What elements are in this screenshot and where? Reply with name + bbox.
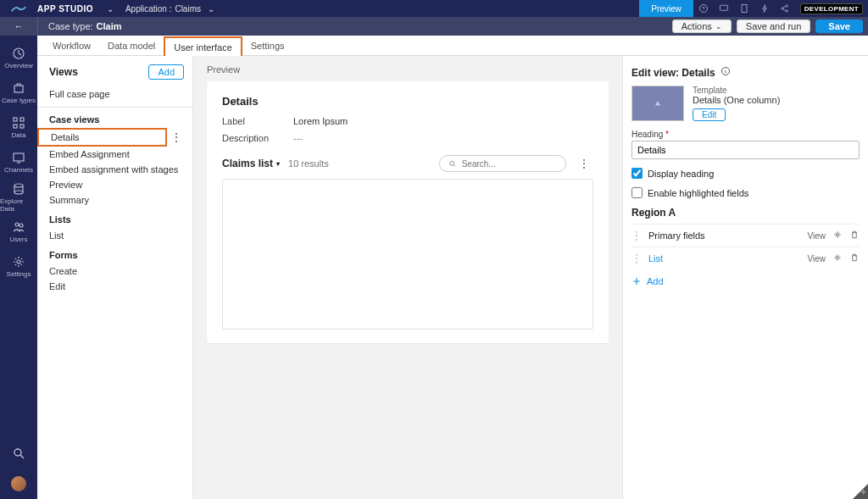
preview-heading: Details [222, 95, 593, 108]
tab-workflow[interactable]: Workflow [44, 36, 99, 55]
label-key: Label [222, 116, 293, 126]
view-item-edit[interactable]: Edit [37, 279, 192, 294]
view-item-summary[interactable]: Summary [37, 192, 192, 208]
svg-rect-13 [14, 153, 24, 161]
edit-template-button[interactable]: Edit [693, 108, 726, 121]
svg-point-22 [837, 234, 839, 236]
display-heading-check[interactable]: Display heading [632, 168, 860, 179]
rail-item-channels[interactable]: Channels [0, 145, 37, 180]
rail-item-data[interactable]: Data [0, 110, 37, 145]
preview-label: Preview [207, 64, 609, 75]
svg-point-24 [862, 491, 864, 492]
rail-item-settings[interactable]: Settings [0, 249, 37, 284]
logo-icon [0, 3, 37, 14]
claims-list-body [222, 179, 593, 330]
preview-panel: Preview Details LabelLorem Ipsum Descrip… [193, 56, 622, 499]
svg-point-19 [14, 449, 21, 456]
info-icon[interactable] [721, 66, 731, 79]
actions-button[interactable]: Actions⌄ [672, 19, 732, 33]
label-value: Lorem Ipsum [293, 116, 348, 126]
application-name[interactable]: Claims [171, 4, 201, 14]
svg-point-16 [15, 223, 19, 226]
list-menu-icon[interactable]: ⋮ [575, 157, 593, 170]
svg-point-18 [17, 260, 20, 263]
topbar: APP STUDIO ⌄ Application : Claims ⌄ Prev… [0, 0, 868, 17]
back-button[interactable]: ← [0, 21, 37, 31]
help-icon[interactable]: ? [693, 0, 714, 17]
svg-text:?: ? [702, 6, 705, 11]
rail-avatar[interactable] [0, 469, 37, 499]
save-and-run-button[interactable]: Save and run [737, 19, 810, 33]
display-heading-checkbox[interactable] [632, 168, 643, 179]
template-thumbnail: A [632, 86, 684, 121]
chat-icon[interactable] [714, 0, 734, 17]
svg-point-23 [837, 257, 839, 259]
tabstrip: Workflow Data model User interface Setti… [37, 36, 868, 56]
rail-item-overview[interactable]: Overview [0, 41, 37, 75]
sub-header: ← Case type: Claim Actions⌄ Save and run… [0, 17, 868, 36]
views-title: Views [49, 66, 78, 78]
grip-icon[interactable]: ⋮ [632, 230, 642, 241]
search-input[interactable] [462, 159, 557, 169]
rail-item-users[interactable]: Users [0, 214, 37, 249]
region-view-link[interactable]: View [808, 231, 826, 241]
rail-item-casetypes[interactable]: Case types [0, 75, 37, 110]
tab-datamodel[interactable]: Data model [99, 36, 164, 55]
share-icon[interactable] [775, 0, 795, 17]
enable-highlighted-checkbox[interactable] [632, 187, 643, 198]
view-item-create[interactable]: Create [37, 263, 192, 279]
forms-section: Forms [37, 243, 192, 263]
trash-icon[interactable] [849, 230, 860, 241]
plus-icon [632, 276, 642, 286]
rail-item-exploredata[interactable]: Explore Data [0, 180, 37, 214]
region-row-list: ⋮List View [632, 247, 860, 269]
lists-section: Lists [37, 208, 192, 228]
svg-rect-3 [742, 5, 747, 13]
heading-label: Heading * [632, 130, 860, 139]
svg-rect-12 [20, 125, 24, 128]
application-dropdown-icon[interactable]: ⌄ [201, 4, 221, 14]
region-item-name[interactable]: List [648, 253, 663, 263]
view-item-list[interactable]: List [37, 228, 192, 243]
preview-button[interactable]: Preview [639, 0, 693, 17]
save-button[interactable]: Save [815, 19, 863, 33]
rail-search-icon[interactable] [0, 438, 37, 469]
case-views-section: Case views [37, 108, 192, 128]
view-item-details[interactable]: Details [37, 128, 167, 147]
gear-icon[interactable] [832, 230, 843, 241]
trash-icon[interactable] [849, 252, 860, 264]
app-studio-title: APP STUDIO [37, 4, 100, 14]
svg-rect-8 [14, 86, 23, 92]
svg-rect-10 [20, 118, 24, 121]
region-view-link[interactable]: View [808, 254, 826, 263]
view-item-embed-assignment[interactable]: Embed Assignment [37, 147, 192, 162]
bolt-icon[interactable] [754, 0, 775, 17]
application-label: Application : [120, 4, 171, 14]
clipboard-icon[interactable] [734, 0, 754, 17]
add-region-item[interactable]: Add [632, 276, 860, 286]
app-switcher[interactable]: ⌄ [100, 4, 120, 14]
heading-input[interactable] [632, 141, 860, 159]
grip-icon[interactable]: ⋮ [632, 252, 642, 264]
search-box[interactable] [439, 155, 566, 172]
gear-icon[interactable] [832, 252, 843, 264]
svg-rect-9 [14, 118, 17, 121]
tab-settings[interactable]: Settings [242, 36, 293, 55]
add-view-button[interactable]: Add [148, 64, 184, 80]
claims-list-count: 10 results [288, 158, 329, 169]
view-item-embed-assignment-stages[interactable]: Embed assignment with stages [37, 162, 192, 177]
view-item-preview[interactable]: Preview [37, 177, 192, 192]
svg-point-15 [14, 191, 23, 194]
svg-point-17 [19, 224, 23, 227]
claims-list-title[interactable]: Claims list▾ [222, 158, 280, 169]
views-panel: Views Add Full case page Case views Deta… [37, 56, 193, 499]
svg-rect-2 [720, 5, 727, 10]
desc-value: --- [293, 133, 303, 143]
edit-view-title: Edit view: Details [632, 67, 715, 79]
view-item-menu-icon[interactable]: ⋮ [167, 130, 186, 144]
desc-key: Description [222, 133, 293, 143]
tab-userinterface[interactable]: User interface [164, 36, 242, 56]
full-case-page-item[interactable]: Full case page [37, 86, 192, 102]
corner-gear-icon[interactable] [860, 486, 867, 498]
enable-highlighted-check[interactable]: Enable highlighted fields [632, 187, 860, 198]
